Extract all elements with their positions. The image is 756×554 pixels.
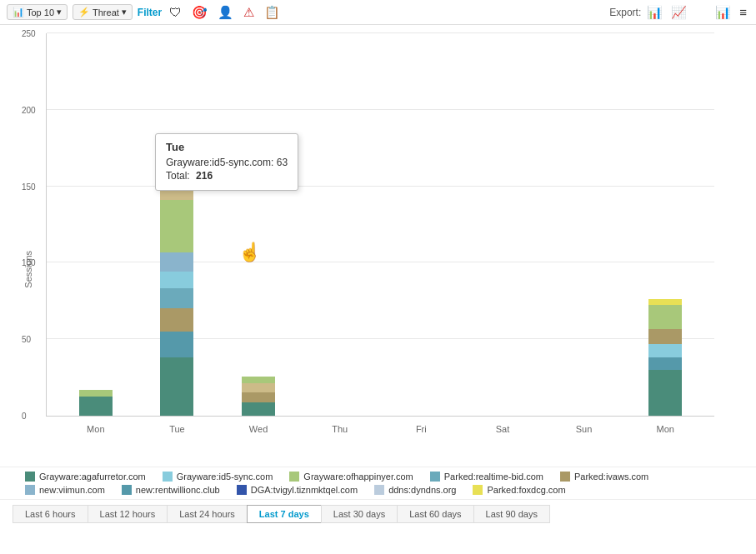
export-line-icon[interactable]: 📈 [668, 4, 689, 21]
bar-segment [242, 383, 275, 392]
shield-icon[interactable]: 🛡 [167, 4, 184, 20]
ytick-200: 200 [22, 105, 36, 114]
time-btn-24h[interactable]: Last 24 hours [167, 505, 247, 523]
target-icon[interactable]: 🎯 [189, 4, 210, 21]
bar-segment [79, 397, 113, 416]
x-label-fri: Fri [396, 424, 446, 434]
person-icon[interactable]: 👤 [215, 4, 236, 21]
legend-color-6 [25, 485, 35, 495]
bar-segment-c1 [160, 357, 193, 416]
time-buttons: Last 6 hours Last 12 hours Last 24 hours… [0, 499, 756, 528]
copy-icon[interactable]: 📋 [262, 4, 283, 21]
legend-color-3 [289, 472, 299, 482]
chart-inner: 50 100 150 200 250 0 Mon [46, 33, 714, 417]
toolbar: 📊 Top 10 ▾ ⚡ Threat ▾ Filter 🛡 🎯 👤 ⚠ 📋 E… [0, 0, 756, 25]
legend-label-10: Parked:foxdcg.com [487, 485, 565, 495]
bar-segment [648, 299, 682, 306]
legend-item-9: ddns:dyndns.org [374, 485, 456, 495]
legend-color-9 [374, 485, 384, 495]
bar-segment [79, 390, 113, 397]
bar-segment [242, 402, 275, 416]
top10-button[interactable]: 📊 Top 10 ▾ [7, 4, 68, 20]
legend-label-7: new:rentwillionc.club [136, 485, 220, 495]
ytick-150: 150 [22, 182, 36, 191]
legend-color-2 [163, 472, 173, 482]
legend-item-3: Grayware:ofhappinyer.com [289, 472, 413, 482]
filter-label[interactable]: Filter [138, 7, 162, 18]
legend-item-5: Parked:ivaws.com [560, 472, 648, 482]
bar-chart-icon: 📊 [13, 7, 24, 17]
bar-segment-c6 [160, 332, 193, 357]
bar-segment-c3 [160, 200, 193, 252]
export-bar-icon[interactable]: 📊 [644, 4, 665, 21]
bar-segment [648, 305, 682, 328]
bar-segment-c7 [160, 252, 193, 272]
ytick-0: 0 [22, 412, 27, 421]
legend-label-8: DGA:tvigyl.tiznmktqel.com [251, 485, 358, 495]
bar-segment-c5 [160, 272, 193, 288]
time-btn-60d[interactable]: Last 60 days [397, 505, 473, 523]
legend-color-1 [25, 472, 35, 482]
bar-segment-c8 [160, 308, 193, 332]
chart-area: Sessions 50 100 150 200 250 0 [0, 25, 756, 467]
warning-icon[interactable]: ⚠ [241, 4, 257, 21]
bar-segment [242, 377, 275, 383]
threat-label: Threat [93, 7, 119, 17]
bar-segment-c9 [160, 167, 193, 200]
legend-label-6: new:viimun.com [39, 485, 105, 495]
bars-container: Mon Tue Wed [47, 33, 714, 416]
legend-color-4 [430, 472, 440, 482]
legend-item-10: Parked:foxdcg.com [473, 485, 565, 495]
legend-item-6: new:viimun.com [25, 485, 105, 495]
time-btn-30d[interactable]: Last 30 days [321, 505, 397, 523]
legend-label-1: Grayware:agafurretor.com [39, 472, 146, 482]
x-label-thu: Thu [315, 424, 365, 434]
legend-area: Grayware:agafurretor.com Grayware:id5-sy… [0, 467, 756, 499]
bar-segment [648, 357, 682, 371]
chevron-down-icon2: ▾ [122, 7, 127, 17]
legend-label-3: Grayware:ofhappinyer.com [303, 472, 413, 482]
ytick-250: 250 [22, 29, 36, 38]
legend-color-7 [122, 485, 132, 495]
bar-segment [648, 344, 682, 357]
y-axis-label: Sessions [23, 251, 33, 288]
x-label-mon2: Mon [640, 424, 690, 434]
legend-label-4: Parked:realtime-bid.com [444, 472, 543, 482]
time-btn-90d[interactable]: Last 90 days [473, 505, 550, 523]
legend-color-8 [237, 485, 247, 495]
bar-group-wed: Wed [236, 377, 282, 416]
x-label-sat: Sat [478, 424, 528, 434]
table-view-icon[interactable]: ≡ [737, 4, 749, 20]
bar-group-tue[interactable]: Tue [154, 135, 200, 416]
legend-item-8: DGA:tvigyl.tiznmktqel.com [237, 485, 358, 495]
bar-segment [648, 370, 682, 416]
x-label-wed: Wed [233, 424, 283, 434]
legend-color-5 [560, 472, 570, 482]
legend-label-5: Parked:ivaws.com [574, 472, 648, 482]
top10-label: Top 10 [27, 7, 54, 17]
threat-icon: ⚡ [78, 7, 90, 17]
time-btn-7d[interactable]: Last 7 days [247, 505, 321, 523]
legend-item-7: new:rentwillionc.club [122, 485, 220, 495]
x-label-mon1: Mon [71, 424, 121, 434]
chart-view-icon[interactable]: 📊 [713, 4, 733, 21]
x-label-tue: Tue [152, 424, 202, 434]
bar-segment [242, 392, 275, 402]
legend-item-1: Grayware:agafurretor.com [25, 472, 146, 482]
bar-segment-c10 [160, 135, 193, 148]
x-label-sun: Sun [559, 424, 609, 434]
legend-label-2: Grayware:id5-sync.com [177, 472, 273, 482]
legend-label-9: ddns:dyndns.org [388, 485, 456, 495]
bar-segment-c4 [160, 288, 193, 307]
legend-item-4: Parked:realtime-bid.com [430, 472, 543, 482]
time-btn-6h[interactable]: Last 6 hours [13, 505, 88, 523]
bar-group-mon2: Mon [643, 299, 688, 416]
ytick-100: 100 [22, 258, 36, 267]
legend-color-10 [473, 485, 483, 495]
threat-button[interactable]: ⚡ Threat ▾ [73, 4, 133, 20]
bar-group-mon1: Mon [73, 390, 118, 416]
legend-item-2: Grayware:id5-sync.com [163, 472, 273, 482]
time-btn-12h[interactable]: Last 12 hours [88, 505, 168, 523]
bar-segment-c2 [160, 148, 193, 167]
ytick-50: 50 [22, 335, 31, 344]
